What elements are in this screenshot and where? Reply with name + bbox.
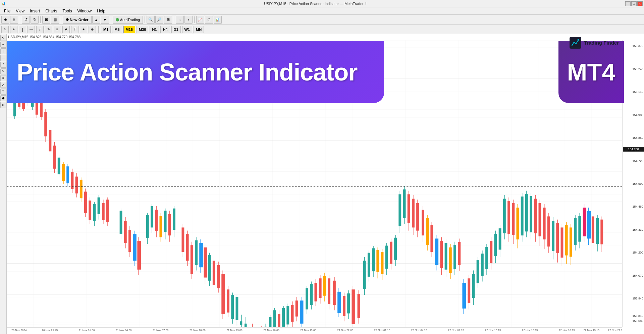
channels-tool[interactable]: ≡ xyxy=(54,26,61,33)
svg-rect-194 xyxy=(430,225,433,252)
svg-rect-80 xyxy=(164,211,167,232)
svg-rect-228 xyxy=(507,201,510,234)
menu-view[interactable]: View xyxy=(13,8,27,14)
svg-rect-172 xyxy=(381,252,384,274)
svg-rect-104 xyxy=(221,274,225,314)
open-file-button[interactable]: 🗎 xyxy=(10,16,18,24)
svg-rect-18 xyxy=(13,101,16,116)
new-chart-button[interactable]: ⊕ xyxy=(1,16,9,24)
time-label-7: 21 Nov 16:00 xyxy=(263,329,279,332)
lt-gann[interactable]: ⊕ xyxy=(0,102,6,108)
svg-rect-46 xyxy=(75,177,78,193)
svg-rect-156 xyxy=(343,296,345,316)
time-label-4: 21 Nov 07:00 xyxy=(153,329,169,332)
menu-window[interactable]: Window xyxy=(75,8,95,14)
shapes-tool[interactable]: ✦ xyxy=(80,26,87,33)
new-order-icon: ⊕ xyxy=(66,17,69,22)
time-label-13: 22 Nov 10:15 xyxy=(485,329,501,332)
menu-file[interactable]: File xyxy=(1,8,13,14)
lt-cursor[interactable]: ↖ xyxy=(0,35,6,41)
crosshair-tool[interactable]: + xyxy=(10,26,17,33)
svg-rect-82 xyxy=(168,214,171,235)
svg-rect-184 xyxy=(408,194,410,223)
chart-list-button[interactable]: ▤ xyxy=(51,16,59,24)
svg-rect-152 xyxy=(333,281,336,305)
buy-button[interactable]: ▲ xyxy=(92,16,100,24)
draw-tool[interactable]: ✎ xyxy=(45,26,52,33)
zoom-out-button[interactable]: 🔎 xyxy=(155,16,163,24)
svg-rect-112 xyxy=(240,321,243,325)
lt-channel[interactable]: ≡ xyxy=(0,75,6,81)
price-154200: 154.200 xyxy=(632,251,643,254)
tf-d1[interactable]: D1 xyxy=(171,26,181,33)
tf-m30[interactable]: M30 xyxy=(137,26,148,33)
menu-insert[interactable]: Insert xyxy=(27,8,43,14)
tf-m15[interactable]: M15 xyxy=(123,26,135,33)
lt-trend[interactable]: / xyxy=(0,62,6,68)
tf-mn[interactable]: MN xyxy=(194,26,204,33)
cursor-tool[interactable]: ↖ xyxy=(1,26,9,33)
candlestick-chart xyxy=(7,40,622,334)
svg-rect-192 xyxy=(426,218,429,245)
indicators-button[interactable]: 📈 xyxy=(196,16,204,24)
tf-w1[interactable]: W1 xyxy=(182,26,193,33)
svg-rect-232 xyxy=(516,208,519,239)
title-bar-text: USDJPY,M15 : Price Action Scanner Indica… xyxy=(264,2,367,6)
zoom-in-button[interactable]: 🔍 xyxy=(147,16,155,24)
tf-m1[interactable]: M1 xyxy=(101,26,111,33)
svg-rect-150 xyxy=(328,278,330,304)
sell-button[interactable]: ▼ xyxy=(101,16,109,24)
svg-rect-218 xyxy=(485,247,488,269)
new-order-button[interactable]: ⊕ New Order xyxy=(63,16,92,24)
svg-rect-62 xyxy=(120,211,122,234)
grid-button[interactable]: ⊞ xyxy=(164,16,172,24)
close-button[interactable]: ✕ xyxy=(637,1,643,6)
text2-tool[interactable]: T xyxy=(71,26,78,33)
time-label-11: 22 Nov 04:15 xyxy=(411,329,427,332)
chart-type-button[interactable]: 📊 xyxy=(214,16,222,24)
text-tool[interactable]: A xyxy=(62,26,70,33)
gann-tool[interactable]: ⊕ xyxy=(89,26,96,33)
menu-charts[interactable]: Charts xyxy=(43,8,60,14)
maximize-button[interactable]: □ xyxy=(631,1,637,6)
tf-m5[interactable]: M5 xyxy=(112,26,122,33)
menu-help[interactable]: Help xyxy=(94,8,108,14)
svg-rect-178 xyxy=(394,238,397,260)
lt-hline[interactable]: — xyxy=(0,55,6,61)
lt-cross[interactable]: + xyxy=(0,42,6,48)
autotrading-button[interactable]: AutoTrading xyxy=(113,16,143,24)
tf-h4[interactable]: H4 xyxy=(160,26,170,33)
minimize-button[interactable]: — xyxy=(625,1,631,6)
svg-rect-166 xyxy=(368,253,370,277)
svg-rect-198 xyxy=(440,241,443,268)
menu-tools[interactable]: Tools xyxy=(60,8,75,14)
app-icon: 📊 xyxy=(1,2,5,5)
svg-rect-50 xyxy=(84,191,87,213)
lt-label[interactable]: T xyxy=(0,89,6,95)
trend-line-tool[interactable]: / xyxy=(36,26,44,33)
lt-pen[interactable]: ✎ xyxy=(0,68,6,74)
svg-rect-24 xyxy=(26,88,29,103)
chart-area[interactable]: USDJPY,M15 154.825 154.854 154.770 154.7… xyxy=(7,34,644,334)
svg-rect-208 xyxy=(462,283,466,309)
redo-button[interactable]: ↻ xyxy=(31,16,39,24)
lt-text[interactable]: A xyxy=(0,82,6,88)
svg-rect-154 xyxy=(337,292,341,313)
scroll-left-button[interactable]: ↔ xyxy=(176,16,184,24)
horizontal-line-tool[interactable]: — xyxy=(28,26,35,33)
undo-button[interactable]: ↺ xyxy=(22,16,30,24)
time-label-9: 21 Nov 22:00 xyxy=(337,329,353,332)
scroll-right-button[interactable]: ↕ xyxy=(184,16,193,24)
main-toolbar: ⊕ 🗎 ↺ ↻ ⊞ ▤ ⊕ New Order ▲ ▼ AutoTrading … xyxy=(0,15,644,25)
tf-h1[interactable]: H1 xyxy=(150,26,159,33)
lt-vline[interactable]: | xyxy=(0,48,6,54)
lt-shape[interactable]: ⬟ xyxy=(0,95,6,101)
clock-button[interactable]: ⏱ xyxy=(205,16,213,24)
chart-window-button[interactable]: ⊞ xyxy=(42,16,50,24)
svg-rect-60 xyxy=(106,200,109,222)
vertical-line-tool[interactable]: | xyxy=(19,26,26,33)
price-155370: 155.370 xyxy=(632,44,643,48)
svg-rect-142 xyxy=(310,284,313,305)
svg-rect-204 xyxy=(453,245,456,269)
separator-7 xyxy=(194,16,195,23)
